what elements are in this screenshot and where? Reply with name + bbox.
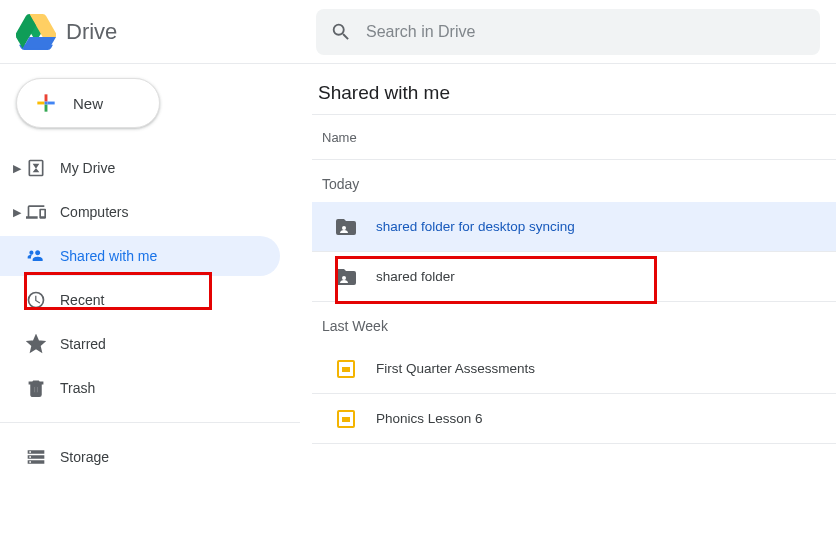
file-name: shared folder for desktop syncing bbox=[376, 219, 575, 234]
trash-icon bbox=[26, 378, 60, 398]
svg-point-12 bbox=[342, 276, 346, 280]
svg-point-11 bbox=[342, 226, 346, 230]
nav-label: Computers bbox=[60, 204, 128, 220]
app-header: Drive bbox=[0, 0, 836, 64]
new-button-label: New bbox=[73, 95, 103, 112]
sidebar-item-mydrive[interactable]: ▶My Drive bbox=[0, 148, 280, 188]
chevron-right-icon[interactable]: ▶ bbox=[8, 162, 26, 175]
file-name: shared folder bbox=[376, 269, 455, 284]
svg-rect-10 bbox=[45, 102, 48, 105]
svg-rect-6 bbox=[45, 94, 48, 101]
nav-label: Starred bbox=[60, 336, 106, 352]
svg-rect-7 bbox=[47, 102, 54, 105]
column-name: Name bbox=[322, 130, 357, 145]
sidebar-item-computers[interactable]: ▶Computers bbox=[0, 192, 280, 232]
file-row[interactable]: Phonics Lesson 6 bbox=[312, 394, 836, 444]
shared-icon bbox=[26, 246, 60, 266]
group-header: Today bbox=[312, 160, 836, 202]
slides-icon bbox=[334, 360, 358, 378]
storage-icon bbox=[26, 447, 60, 467]
file-row[interactable]: First Quarter Assessments bbox=[312, 344, 836, 394]
search-input[interactable] bbox=[366, 23, 806, 41]
page-title: Shared with me bbox=[312, 64, 836, 114]
app-name: Drive bbox=[66, 19, 117, 45]
nav-label: Trash bbox=[60, 380, 95, 396]
file-name: Phonics Lesson 6 bbox=[376, 411, 483, 426]
slides-icon bbox=[334, 410, 358, 428]
shared-folder-icon bbox=[334, 215, 358, 239]
sidebar: New ▶My Drive▶ComputersShared with meRec… bbox=[0, 64, 300, 555]
file-row[interactable]: shared folder for desktop syncing bbox=[312, 202, 836, 252]
star-icon bbox=[26, 334, 60, 354]
sidebar-item-starred[interactable]: Starred bbox=[0, 324, 280, 364]
column-header-row[interactable]: Name bbox=[312, 114, 836, 160]
clock-icon bbox=[26, 290, 60, 310]
svg-rect-9 bbox=[37, 102, 44, 105]
chevron-right-icon[interactable]: ▶ bbox=[8, 206, 26, 219]
svg-rect-8 bbox=[45, 104, 48, 111]
nav-label: Shared with me bbox=[60, 248, 157, 264]
file-row[interactable]: shared folder bbox=[312, 252, 836, 302]
plus-icon bbox=[33, 90, 59, 116]
storage-label: Storage bbox=[60, 449, 109, 465]
sidebar-item-trash[interactable]: Trash bbox=[0, 368, 280, 408]
sidebar-item-shared[interactable]: Shared with me bbox=[0, 236, 280, 276]
group-header: Last Week bbox=[312, 302, 836, 344]
new-button[interactable]: New bbox=[16, 78, 160, 128]
shared-folder-icon bbox=[334, 265, 358, 289]
logo-section[interactable]: Drive bbox=[16, 12, 316, 52]
search-icon bbox=[330, 21, 352, 43]
nav-label: Recent bbox=[60, 292, 104, 308]
computers-icon bbox=[26, 202, 60, 222]
search-bar[interactable] bbox=[316, 9, 820, 55]
sidebar-divider bbox=[0, 422, 300, 423]
drive-icon bbox=[26, 158, 60, 178]
drive-logo-icon bbox=[16, 12, 56, 52]
main-content: Shared with me Name Todayshared folder f… bbox=[300, 64, 836, 555]
sidebar-item-storage[interactable]: Storage bbox=[0, 437, 280, 477]
sidebar-item-recent[interactable]: Recent bbox=[0, 280, 280, 320]
nav-label: My Drive bbox=[60, 160, 115, 176]
file-name: First Quarter Assessments bbox=[376, 361, 535, 376]
